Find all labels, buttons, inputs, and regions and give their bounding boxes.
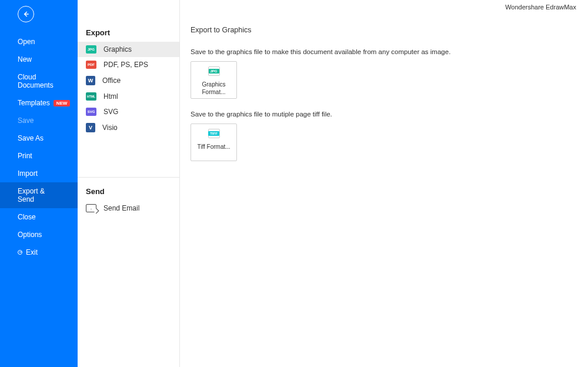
exit-icon: [18, 250, 22, 255]
export-html[interactable]: HTML Html: [78, 89, 179, 104]
export-visio[interactable]: V Visio: [78, 119, 179, 136]
send-header: Send: [78, 185, 179, 201]
nav-cloud-documents[interactable]: Cloud Documents: [0, 68, 78, 94]
jpg-icon: JPG: [86, 45, 96, 54]
html-icon: HTML: [86, 92, 96, 101]
panel-title: Export to Graphics: [191, 26, 577, 34]
email-icon: [86, 204, 96, 212]
svg-icon: SVG: [86, 108, 96, 116]
export-header: Export: [78, 26, 179, 42]
nav-import[interactable]: Import: [0, 165, 78, 182]
send-email[interactable]: Send Email: [78, 201, 179, 216]
app-title: Wondershare EdrawMax: [505, 4, 576, 11]
tiff-format-card[interactable]: TIFF Tiff Format...: [191, 124, 237, 161]
export-graphics[interactable]: JPG Graphics: [78, 42, 179, 57]
nav-print[interactable]: Print: [0, 147, 78, 165]
export-svg[interactable]: SVG SVG: [78, 104, 179, 119]
nav-templates[interactable]: TemplatesNEW: [0, 94, 78, 112]
export-types-column: Export JPG Graphics PDF PDF, PS, EPS W O…: [78, 0, 180, 367]
export-panel: Wondershare EdrawMax Export to Graphics …: [180, 0, 588, 367]
visio-icon: V: [86, 123, 95, 132]
nav-exit[interactable]: Exit: [0, 243, 78, 261]
back-button[interactable]: [18, 6, 34, 22]
graphics-description: Save to the graphics file to make this d…: [191, 48, 577, 55]
pdf-icon: PDF: [86, 61, 96, 69]
new-badge: NEW: [54, 100, 71, 106]
file-menu-sidebar: Open New Cloud Documents TemplatesNEW Sa…: [0, 0, 78, 367]
nav-options[interactable]: Options: [0, 226, 78, 243]
back-arrow-icon: [22, 10, 30, 18]
nav-close[interactable]: Close: [0, 208, 78, 226]
tiff-description: Save to the graphics file to mutiple pag…: [191, 111, 577, 118]
nav-export-send[interactable]: Export & Send: [0, 182, 78, 208]
divider: [78, 177, 179, 185]
graphics-format-card[interactable]: JPG Graphics Format...: [191, 61, 237, 99]
nav-save-as[interactable]: Save As: [0, 129, 78, 147]
nav-new[interactable]: New: [0, 51, 78, 68]
word-icon: W: [86, 76, 95, 85]
card-tiff-icon: TIFF: [208, 129, 220, 138]
export-office[interactable]: W Office: [78, 72, 179, 89]
nav-open[interactable]: Open: [0, 33, 78, 51]
export-pdf[interactable]: PDF PDF, PS, EPS: [78, 57, 179, 72]
card-jpg-icon: JPG: [208, 66, 220, 76]
nav-save[interactable]: Save: [0, 112, 78, 129]
